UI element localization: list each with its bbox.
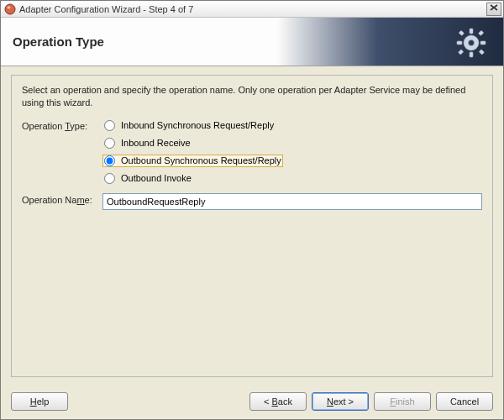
page-title: Operation Type [13, 34, 104, 49]
operation-type-option-label[interactable]: Outbound Invoke [121, 173, 192, 183]
instructions-text: Select an operation and specify the oper… [22, 84, 482, 109]
operation-type-row: Operation Type: Inbound Synchronous Requ… [22, 119, 482, 185]
operation-type-option[interactable]: Inbound Synchronous Request/Reply [102, 119, 283, 132]
banner: Operation Type [1, 18, 503, 66]
svg-point-0 [5, 4, 15, 14]
footer: Help < Back Next > Finish Cancel [1, 386, 503, 419]
operation-type-option-label[interactable]: Inbound Receive [121, 138, 191, 148]
operation-type-option[interactable]: Outbound Invoke [102, 172, 283, 185]
svg-rect-10 [478, 30, 483, 35]
operation-type-radio[interactable] [104, 173, 115, 184]
operation-type-option-label[interactable]: Inbound Synchronous Request/Reply [121, 120, 274, 130]
next-button[interactable]: Next > [312, 392, 369, 411]
svg-point-3 [469, 40, 475, 46]
titlebar: Adapter Configuration Wizard - Step 4 of… [1, 1, 503, 18]
operation-type-label: Operation Type: [22, 119, 102, 131]
operation-type-radio[interactable] [104, 138, 115, 149]
svg-rect-5 [470, 52, 473, 57]
operation-type-radio[interactable] [104, 155, 115, 166]
operation-type-option[interactable]: Outbound Synchronous Request/Reply [102, 155, 283, 167]
content-area: Select an operation and specify the oper… [1, 66, 503, 386]
wizard-window: Adapter Configuration Wizard - Step 4 of… [0, 0, 504, 420]
svg-rect-6 [457, 41, 462, 45]
operation-type-options: Inbound Synchronous Request/ReplyInbound… [102, 119, 283, 185]
cancel-button[interactable]: Cancel [436, 392, 493, 411]
svg-point-1 [8, 6, 11, 8]
back-button[interactable]: < Back [249, 392, 307, 411]
svg-rect-8 [459, 30, 464, 35]
main-panel: Select an operation and specify the oper… [11, 75, 493, 377]
finish-button: Finish [374, 392, 431, 411]
close-button[interactable] [486, 3, 501, 16]
app-icon [4, 3, 16, 15]
svg-rect-7 [480, 41, 486, 45]
gear-icon [454, 26, 488, 61]
operation-type-option-label[interactable]: Outbound Synchronous Request/Reply [121, 155, 281, 165]
svg-rect-9 [479, 50, 484, 55]
svg-rect-11 [458, 50, 463, 55]
operation-name-row: Operation Name: [22, 193, 482, 210]
window-title: Adapter Configuration Wizard - Step 4 of… [19, 4, 486, 14]
help-button[interactable]: Help [11, 392, 68, 411]
operation-type-option[interactable]: Inbound Receive [102, 137, 283, 150]
svg-rect-4 [470, 29, 473, 34]
operation-type-radio[interactable] [104, 120, 115, 131]
operation-name-input[interactable] [102, 193, 482, 210]
operation-name-label: Operation Name: [22, 193, 102, 205]
